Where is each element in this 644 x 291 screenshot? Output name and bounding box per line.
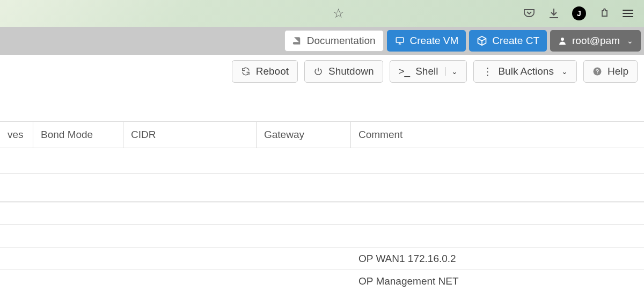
bulk-actions-button[interactable]: ⋮ Bulk Actions ⌄	[473, 60, 577, 83]
reboot-label: Reboot	[256, 66, 289, 77]
column-header-gateway[interactable]: Gateway	[257, 122, 351, 148]
shutdown-button[interactable]: Shutdown	[304, 60, 383, 83]
menu-icon[interactable]	[623, 10, 633, 17]
svg-rect-0	[396, 38, 404, 42]
reboot-icon	[241, 67, 251, 76]
svg-text:?: ?	[596, 68, 599, 75]
reboot-button[interactable]: Reboot	[232, 60, 298, 83]
cell-comment	[351, 148, 644, 173]
user-label: root@pam	[572, 35, 620, 47]
cell-comment: OP WAN1 172.16.0.2	[351, 248, 644, 270]
create-ct-label: Create CT	[492, 35, 539, 47]
browser-tab-bar: ☆ J	[0, 0, 644, 27]
download-icon[interactable]	[547, 7, 560, 20]
cube-icon	[477, 35, 487, 46]
help-label: Help	[608, 66, 628, 77]
extension-icon[interactable]	[598, 7, 611, 20]
shell-button[interactable]: >_ Shell ⌄	[390, 60, 467, 83]
documentation-label: Documentation	[307, 35, 376, 47]
cell-comment	[351, 202, 644, 224]
user-menu-button[interactable]: root@pam ⌄	[550, 30, 641, 52]
monitor-icon	[394, 36, 405, 46]
column-header-bond-mode[interactable]: Bond Mode	[33, 122, 123, 148]
shell-label: Shell	[415, 66, 438, 77]
documentation-button[interactable]: Documentation	[284, 30, 384, 52]
table-row[interactable]	[0, 225, 644, 248]
table-row[interactable]: OP WAN1 172.16.0.2	[0, 248, 644, 270]
table-row[interactable]	[0, 148, 644, 174]
table-row[interactable]: OP Management NET	[0, 270, 644, 291]
power-icon	[313, 67, 323, 76]
help-button[interactable]: ? Help	[583, 60, 638, 83]
book-icon	[292, 36, 302, 46]
create-vm-button[interactable]: Create VM	[387, 30, 466, 52]
table-body: OP WAN1 172.16.0.2 OP Management NET	[0, 148, 644, 291]
bulk-actions-label: Bulk Actions	[498, 66, 554, 77]
avatar-letter: J	[577, 9, 581, 18]
chevron-down-icon: ⌄	[627, 37, 633, 45]
chevron-down-icon: ⌄	[561, 67, 568, 76]
table-header-row: ves Bond Mode CIDR Gateway Comment	[0, 121, 644, 148]
profile-avatar[interactable]: J	[572, 6, 586, 20]
help-icon: ?	[592, 67, 602, 76]
cell-comment: OP Management NET	[351, 270, 644, 291]
star-icon[interactable]: ☆	[333, 6, 345, 21]
dots-vertical-icon: ⋮	[482, 66, 493, 78]
terminal-icon: >_	[399, 66, 411, 77]
column-header-comment[interactable]: Comment	[351, 122, 644, 148]
column-header-cidr[interactable]: CIDR	[123, 122, 257, 148]
chevron-down-icon: ⌄	[445, 67, 458, 76]
pocket-icon[interactable]	[523, 7, 536, 20]
svg-point-1	[561, 38, 564, 41]
shutdown-label: Shutdown	[328, 66, 374, 77]
table-row[interactable]	[0, 202, 644, 225]
node-toolbar: Reboot Shutdown >_ Shell ⌄ ⋮ Bulk Action…	[0, 55, 644, 88]
user-icon	[558, 36, 567, 46]
cell-comment	[351, 225, 644, 247]
column-header-ves[interactable]: ves	[0, 122, 33, 148]
app-header: Documentation Create VM Create CT root@p…	[0, 27, 644, 55]
create-vm-label: Create VM	[410, 35, 459, 47]
create-ct-button[interactable]: Create CT	[469, 30, 547, 52]
